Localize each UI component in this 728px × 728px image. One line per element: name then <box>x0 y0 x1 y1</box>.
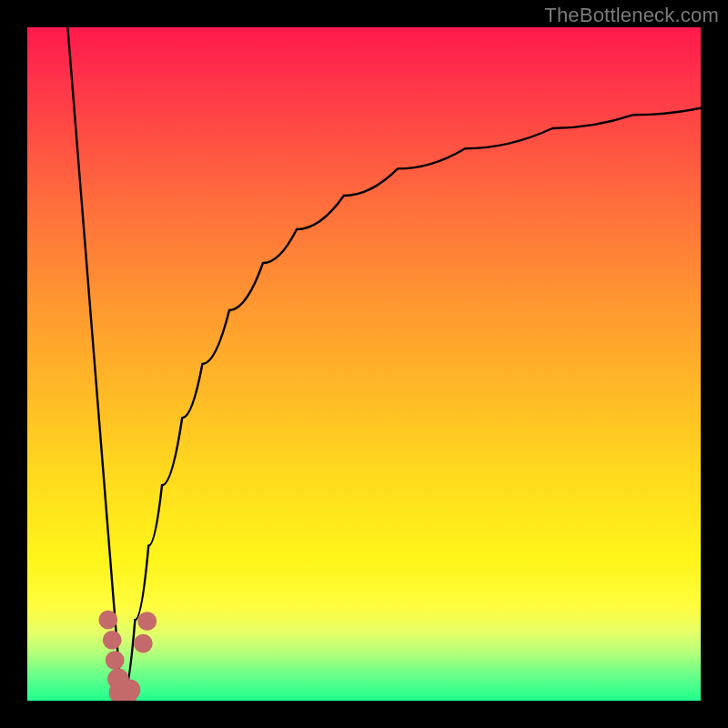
plot-area <box>27 27 701 701</box>
data-dot <box>137 612 157 631</box>
watermark-text: TheBottleneck.com <box>544 4 719 27</box>
data-dots <box>27 27 701 701</box>
data-dot <box>119 679 141 701</box>
chart-frame: TheBottleneck.com <box>0 0 728 728</box>
data-dot <box>134 634 153 653</box>
data-dot <box>98 611 117 630</box>
data-dot <box>103 631 122 650</box>
data-dot <box>106 651 125 670</box>
